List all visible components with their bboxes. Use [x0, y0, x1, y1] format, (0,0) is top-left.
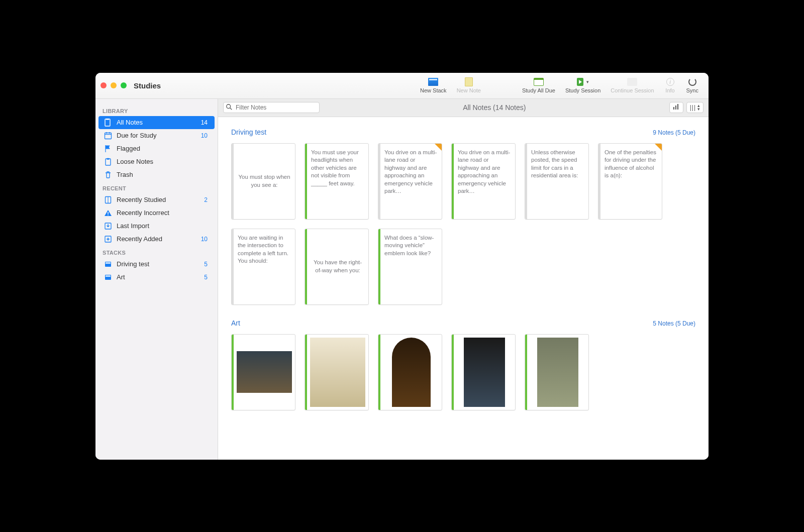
note-card[interactable]: You must stop when you see a:	[231, 143, 295, 220]
view-mode-button[interactable]: ||| ▴▾	[686, 102, 703, 113]
note-card[interactable]	[525, 334, 589, 410]
note-icon	[465, 77, 473, 86]
continue-session-button[interactable]: Continue Session	[606, 77, 659, 93]
app-window: Studies New Stack New Note Study All Due…	[95, 73, 709, 460]
note-card[interactable]	[378, 334, 442, 410]
stack-icon	[104, 260, 113, 269]
bar-chart-icon	[673, 104, 680, 112]
sidebar-item-label: Loose Notes	[117, 158, 153, 165]
main-panel: All Notes (14 Notes) ||| ▴▾ Dr	[218, 99, 709, 460]
filter-input[interactable]	[223, 102, 320, 113]
section-count-driving[interactable]: 9 Notes (5 Due)	[653, 129, 695, 136]
sidebar-item-stack-driving[interactable]: Driving test 5	[98, 258, 215, 271]
sidebar-item-stack-art[interactable]: Art 5	[98, 271, 215, 284]
study-all-due-label: Study All Due	[522, 87, 555, 93]
note-card[interactable]	[305, 334, 369, 410]
sidebar-item-count: 5	[204, 274, 208, 281]
import-icon	[104, 222, 113, 231]
study-all-due-button[interactable]: Study All Due	[517, 77, 560, 93]
note-card[interactable]: You are waiting in the intersection to c…	[231, 229, 295, 305]
note-card[interactable]: What does a “slow-moving vehicle” emblem…	[378, 229, 442, 305]
svg-rect-2	[105, 133, 112, 139]
sidebar-item-trash[interactable]: Trash	[98, 168, 215, 181]
sidebar: LIBRARY All Notes 14 Due for Study 10	[95, 99, 218, 460]
continue-session-label: Continue Session	[611, 87, 654, 93]
note-card[interactable]: One of the penalties for driving under t…	[598, 143, 662, 220]
svg-rect-6	[106, 159, 111, 165]
sidebar-item-flagged[interactable]: Flagged	[98, 142, 215, 155]
warning-icon	[104, 208, 113, 218]
flag-corner-icon	[435, 144, 442, 151]
svg-rect-24	[677, 104, 678, 110]
filter-search	[223, 102, 320, 113]
sync-button[interactable]: Sync	[681, 77, 703, 93]
sidebar-item-recently-added[interactable]: Recently Added 10	[98, 233, 215, 246]
flag-icon	[104, 144, 113, 153]
note-card[interactable]: Unless otherwise posted, the speed limit…	[525, 143, 589, 220]
sidebar-item-count: 5	[204, 261, 208, 268]
note-card[interactable]: You drive on a multi-lane road or highwa…	[451, 143, 516, 220]
content-area[interactable]: Driving test 9 Notes (5 Due) You must st…	[218, 117, 709, 460]
section-title-driving[interactable]: Driving test	[231, 128, 266, 136]
new-note-label: New Note	[457, 87, 481, 93]
minimize-window-button[interactable]	[111, 82, 117, 88]
note-card[interactable]	[231, 334, 295, 410]
sidebar-item-last-import[interactable]: Last Import	[98, 220, 215, 233]
sidebar-item-recently-studied[interactable]: Recently Studied 2	[98, 193, 215, 206]
new-stack-button[interactable]: New Stack	[415, 77, 452, 93]
note-card[interactable]: You must use your headlights when other …	[305, 143, 369, 220]
svg-rect-0	[105, 119, 110, 126]
sidebar-item-label: Driving test	[117, 260, 149, 268]
new-note-button[interactable]: New Note	[452, 77, 486, 93]
columns-icon: |||	[690, 104, 696, 111]
subtoolbar: All Notes (14 Notes) ||| ▴▾	[218, 99, 709, 117]
app-title: Studies	[134, 81, 161, 90]
sidebar-item-recently-incorrect[interactable]: Recently Incorrect	[98, 206, 215, 220]
note-text: You are waiting in the intersection to c…	[234, 229, 295, 304]
section-header-art: Art 5 Notes (5 Due)	[231, 319, 695, 327]
note-text: You must use your headlights when other …	[307, 144, 368, 219]
svg-line-21	[230, 108, 232, 110]
note-text: You drive on a multi-lane road or highwa…	[380, 144, 442, 219]
info-label: Info	[665, 87, 674, 93]
zoom-window-button[interactable]	[121, 82, 127, 88]
art-image	[392, 338, 431, 407]
search-icon	[226, 103, 233, 112]
section-title-art[interactable]: Art	[231, 319, 240, 327]
updown-icon: ▴▾	[697, 104, 700, 111]
flag-corner-icon	[655, 144, 662, 151]
sidebar-item-all-notes[interactable]: All Notes 14	[98, 116, 215, 129]
stack-icon	[428, 78, 438, 86]
svg-rect-11	[108, 215, 109, 216]
card-grid-driving: You must stop when you see a: You must u…	[231, 143, 695, 305]
sidebar-item-label: Recently Incorrect	[117, 209, 169, 217]
sidebar-item-label: Art	[117, 273, 125, 281]
sync-icon	[688, 78, 696, 86]
stats-button[interactable]	[669, 102, 683, 113]
note-card[interactable]: You have the right-of-way when you:	[305, 229, 369, 305]
svg-rect-19	[106, 275, 111, 277]
art-image	[464, 338, 506, 407]
card-grid-art	[231, 334, 695, 410]
sidebar-header-stacks: STACKS	[95, 246, 218, 258]
stack-icon	[104, 273, 113, 282]
sidebar-item-loose-notes[interactable]: Loose Notes	[98, 155, 215, 168]
titlebar: Studies New Stack New Note Study All Due…	[95, 73, 709, 99]
svg-point-20	[227, 104, 231, 109]
note-card[interactable]	[451, 334, 516, 410]
art-image	[237, 351, 292, 393]
info-button[interactable]: i Info	[659, 77, 681, 93]
close-window-button[interactable]	[100, 82, 107, 88]
sidebar-item-due-for-study[interactable]: Due for Study 10	[98, 129, 215, 142]
study-session-button[interactable]: ▾ Study Session	[560, 77, 606, 93]
sidebar-item-count: 10	[201, 132, 208, 139]
sidebar-item-label: Due for Study	[117, 132, 157, 139]
chevron-down-icon: ▾	[586, 79, 589, 84]
section-count-art[interactable]: 5 Notes (5 Due)	[653, 320, 695, 327]
note-text: Unless otherwise posted, the speed limit…	[527, 144, 588, 219]
note-card[interactable]: You drive on a multi-lane road or highwa…	[378, 143, 442, 220]
note-text: One of the penalties for driving under t…	[600, 144, 662, 219]
svg-rect-22	[673, 107, 674, 110]
toolbar: New Stack New Note Study All Due ▾ Study…	[415, 77, 703, 93]
note-text: You drive on a multi-lane road or highwa…	[454, 144, 515, 219]
